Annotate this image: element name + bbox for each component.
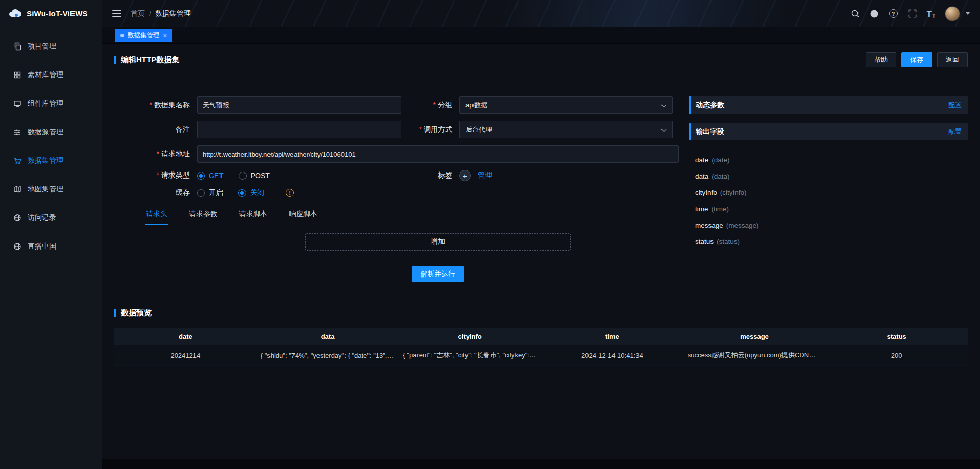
table-col-header: message	[683, 333, 826, 340]
output-field: time (time)	[695, 201, 968, 217]
request-url-label: *请求地址	[114, 150, 190, 159]
fullscreen-icon[interactable]	[907, 9, 917, 19]
sidebar-item-label: 地图集管理	[28, 185, 63, 194]
group-select-value: api数据	[465, 101, 487, 110]
sidebar-item-label: 项目管理	[28, 42, 56, 51]
title-accent-bar	[114, 309, 116, 317]
output-field: data (data)	[695, 168, 968, 184]
circle-badge-icon[interactable]	[869, 9, 879, 19]
breadcrumb-current: 数据集管理	[155, 9, 191, 18]
page-title: 编辑HTTP数据集	[114, 55, 179, 65]
tab-request-params[interactable]: 请求参数	[188, 205, 218, 225]
cache-off-radio[interactable]: 关闭	[238, 188, 264, 198]
sidebar-item-access-log[interactable]: 访问记录	[0, 204, 102, 232]
search-icon[interactable]	[850, 9, 861, 19]
sidebar-item-project[interactable]: 项目管理	[0, 32, 102, 61]
radio-dot-icon	[197, 189, 205, 197]
cache-on-radio[interactable]: 开启	[197, 188, 223, 198]
sidebar-item-component-library[interactable]: 组件库管理	[0, 89, 102, 118]
tab-dataset-management[interactable]: 数据集管理 ×	[115, 29, 172, 42]
breadcrumb: 首页 / 数据集管理	[131, 9, 191, 18]
help-button[interactable]: 帮助	[866, 52, 896, 67]
sidebar-item-material-library[interactable]: 素材库管理	[0, 61, 102, 89]
monitor-icon	[13, 100, 21, 108]
preview-title: 数据预览	[114, 308, 152, 318]
table-row[interactable]: 20241214 { "shidu": "74%", "yesterday": …	[114, 345, 968, 366]
group-label: *分组	[411, 101, 452, 110]
table-cell: 20241214	[114, 352, 257, 359]
sidebar-item-datasource[interactable]: 数据源管理	[0, 118, 102, 146]
table-cell: { "shidu": "74%", "yesterday": { "date":…	[257, 352, 399, 359]
title-accent-bar	[114, 56, 116, 64]
sidebar-item-live-china[interactable]: 直播中国	[0, 232, 102, 261]
output-fields-header: 输出字段 配置	[689, 123, 968, 140]
sidebar-item-atlas[interactable]: 地图集管理	[0, 175, 102, 204]
back-button[interactable]: 返回	[937, 52, 968, 67]
cache-label: 缓存	[114, 188, 190, 198]
request-url-input[interactable]	[197, 145, 679, 163]
editor-actions: 帮助 保存 返回	[866, 52, 968, 67]
tab-close-icon[interactable]: ×	[163, 32, 167, 39]
request-config-tabs: 请求头 请求参数 请求脚本 响应脚本	[145, 205, 594, 225]
output-fields-config-link[interactable]: 配置	[948, 127, 962, 136]
help-question-icon[interactable]: ?	[888, 9, 898, 19]
table-col-header: cityInfo	[399, 333, 541, 340]
group-select[interactable]: api数据	[459, 96, 673, 114]
output-field: date (date)	[695, 152, 968, 168]
radio-dot-icon	[239, 172, 247, 180]
font-size-icon[interactable]: TT	[926, 9, 936, 19]
breadcrumb-home[interactable]: 首页	[131, 9, 145, 18]
data-preview-panel: 数据预览 date data cityInfo time message sta…	[108, 303, 974, 366]
sidebar: SiWu-IoT-ViEWS 项目管理 素材库管理 组件库管理	[0, 0, 102, 469]
add-tag-button[interactable]: +	[459, 170, 471, 181]
save-button[interactable]: 保存	[901, 52, 932, 67]
preview-table: date data cityInfo time message status 2…	[114, 328, 968, 366]
page-tab-bar: 数据集管理 ×	[102, 27, 980, 44]
dataset-name-input[interactable]	[197, 96, 401, 114]
menu-toggle-icon[interactable]	[112, 10, 121, 17]
dataset-form: *数据集名称 *分组 api数据 备注	[114, 96, 681, 282]
table-col-header: date	[114, 333, 257, 340]
map-icon	[13, 185, 21, 193]
warning-icon: !	[286, 189, 294, 197]
sidebar-item-label: 素材库管理	[28, 70, 63, 80]
remark-input[interactable]	[197, 121, 401, 138]
request-type-get-radio[interactable]: GET	[197, 171, 224, 180]
avatar[interactable]	[945, 6, 960, 21]
call-mode-label: *调用方式	[411, 125, 452, 134]
dynamic-params-config-link[interactable]: 配置	[948, 101, 962, 110]
chevron-down-icon[interactable]	[966, 12, 970, 15]
sidebar-item-dataset[interactable]: 数据集管理	[0, 146, 102, 175]
table-col-header: time	[541, 333, 683, 340]
tab-request-headers[interactable]: 请求头	[145, 205, 168, 225]
tab-request-script[interactable]: 请求脚本	[238, 205, 268, 225]
table-col-header: data	[257, 333, 399, 340]
call-mode-select-value: 后台代理	[465, 125, 492, 134]
table-cell: { "parent": "吉林", "city": "长春市", "cityke…	[399, 351, 541, 360]
request-type-label: *请求类型	[114, 171, 190, 180]
project-icon	[13, 42, 21, 51]
preview-header: 数据预览	[108, 303, 974, 323]
add-row-container: 增加	[197, 233, 679, 251]
grid-icon	[13, 71, 21, 79]
cloud-logo-icon	[8, 9, 21, 19]
cart-icon	[13, 157, 21, 165]
tab-response-script[interactable]: 响应脚本	[288, 205, 318, 225]
output-field: cityInfo (cityInfo)	[695, 184, 968, 201]
add-header-button[interactable]: 增加	[305, 233, 571, 251]
table-cell: success感谢又拍云(upyun.com)提供CDN赞助	[683, 351, 826, 360]
parse-and-run-button[interactable]: 解析并运行	[412, 266, 464, 282]
app-title: SiWu-IoT-ViEWS	[27, 9, 88, 18]
request-type-post-radio[interactable]: POST	[239, 171, 270, 180]
dynamic-params-header: 动态参数 配置	[689, 96, 968, 114]
radio-dot-icon	[238, 189, 246, 197]
manage-tags-link[interactable]: 管理	[478, 171, 492, 180]
sidebar-item-label: 直播中国	[28, 242, 56, 251]
app-logo: SiWu-IoT-ViEWS	[0, 0, 102, 27]
chevron-down-icon	[661, 102, 667, 109]
sidebar-item-label: 组件库管理	[28, 99, 63, 108]
sidebar-item-label: 数据源管理	[28, 128, 63, 137]
params-panel: 动态参数 配置 输出字段 配置 date (date) data	[689, 96, 968, 282]
call-mode-select[interactable]: 后台代理	[459, 121, 673, 138]
chevron-down-icon	[661, 126, 667, 134]
